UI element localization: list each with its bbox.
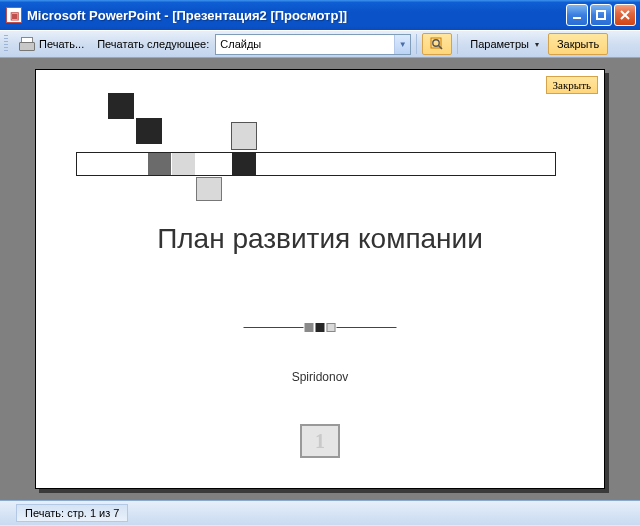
divider-square bbox=[316, 323, 325, 332]
deco-square bbox=[136, 118, 162, 144]
zoom-button[interactable] bbox=[422, 33, 452, 55]
divider-square bbox=[305, 323, 314, 332]
options-button[interactable]: Параметры bbox=[463, 33, 546, 55]
page-container: Закрыть План развития компании Spiridono… bbox=[35, 69, 605, 489]
overlay-close-label: Закрыть bbox=[553, 79, 591, 91]
print-button[interactable]: Печать... bbox=[12, 33, 91, 55]
deco-square bbox=[196, 177, 222, 201]
divider-line bbox=[244, 327, 304, 328]
deco-square bbox=[108, 93, 134, 119]
dropdown-arrow-icon: ▼ bbox=[394, 35, 410, 54]
print-preview-area: Закрыть План развития компании Spiridono… bbox=[0, 58, 640, 500]
printer-icon bbox=[19, 37, 35, 51]
options-button-label: Параметры bbox=[470, 38, 529, 50]
status-text-well: Печать: стр. 1 из 7 bbox=[16, 504, 128, 522]
overlay-close-button[interactable]: Закрыть bbox=[546, 76, 598, 94]
status-text: Печать: стр. 1 из 7 bbox=[25, 507, 119, 519]
print-button-label: Печать... bbox=[39, 38, 84, 50]
print-preview-toolbar: Печать... Печатать следующее: Слайды ▼ П… bbox=[0, 30, 640, 58]
close-preview-button[interactable]: Закрыть bbox=[548, 33, 608, 55]
slide-author: Spiridonov bbox=[36, 370, 604, 384]
window-title: Microsoft PowerPoint - [Презентация2 [Пр… bbox=[27, 8, 566, 23]
toolbar-separator bbox=[457, 34, 458, 54]
slide-page[interactable]: Закрыть План развития компании Spiridono… bbox=[35, 69, 605, 489]
app-icon: ▣ bbox=[6, 7, 22, 23]
status-bar: Печать: стр. 1 из 7 bbox=[0, 500, 640, 525]
divider-square bbox=[327, 323, 336, 332]
svg-rect-1 bbox=[597, 11, 605, 19]
magnifier-icon bbox=[429, 36, 445, 52]
print-what-combo[interactable]: Слайды ▼ bbox=[215, 34, 411, 55]
svg-point-3 bbox=[433, 40, 439, 46]
deco-square bbox=[231, 122, 257, 150]
print-what-value: Слайды bbox=[220, 38, 261, 50]
deco-square bbox=[172, 153, 195, 175]
slide-title: План развития компании bbox=[36, 223, 604, 255]
svg-rect-0 bbox=[573, 17, 581, 19]
maximize-button[interactable] bbox=[590, 4, 612, 26]
deco-square bbox=[148, 153, 171, 175]
window-buttons bbox=[566, 4, 636, 26]
divider-line bbox=[337, 327, 397, 328]
minimize-button[interactable] bbox=[566, 4, 588, 26]
slide-divider bbox=[244, 323, 397, 332]
close-preview-label: Закрыть bbox=[557, 38, 599, 50]
slide-number-box: 1 bbox=[300, 424, 340, 458]
toolbar-separator bbox=[416, 34, 417, 54]
deco-square bbox=[232, 153, 256, 175]
print-what-label: Печатать следующее: bbox=[93, 38, 213, 50]
slide-number: 1 bbox=[315, 430, 325, 453]
window-close-button[interactable] bbox=[614, 4, 636, 26]
toolbar-grip[interactable] bbox=[4, 35, 8, 53]
title-bar: ▣ Microsoft PowerPoint - [Презентация2 [… bbox=[0, 0, 640, 30]
